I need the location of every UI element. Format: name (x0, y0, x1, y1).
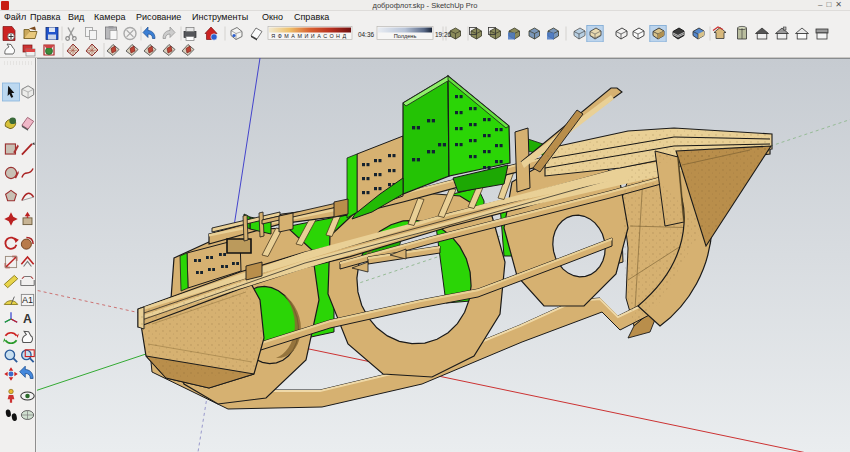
svg-text:19:26: 19:26 (435, 31, 451, 38)
svg-text:Полдень: Полдень (394, 33, 417, 39)
svg-text:04:36: 04:36 (358, 31, 374, 38)
svg-text:A: A (23, 312, 32, 326)
svg-text:A1: A1 (22, 295, 33, 305)
svg-text:ЯФМАМИИАСОНД: ЯФМАМИИАСОНД (271, 33, 348, 39)
